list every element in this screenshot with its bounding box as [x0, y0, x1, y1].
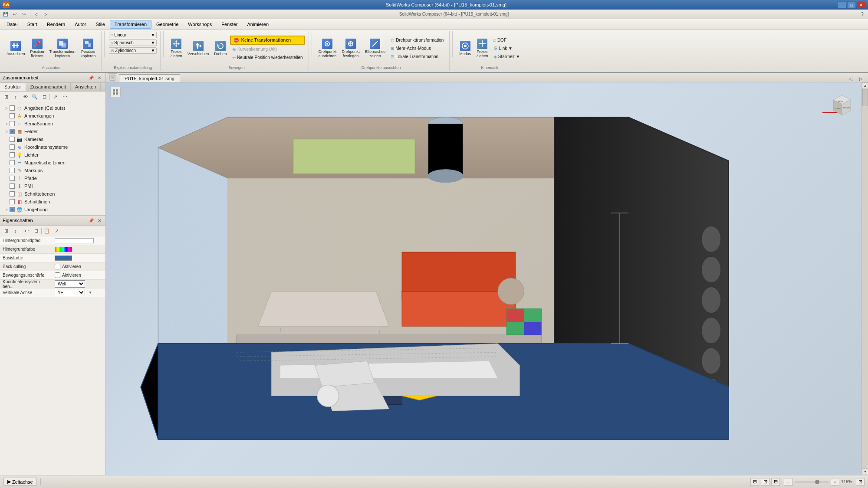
fit-btn[interactable]: ⊡ [856, 478, 865, 486]
keine-transformationen-btn[interactable]: ⛔ Keine Transformationen [230, 36, 305, 45]
back-quick-btn[interactable]: ◁ [33, 10, 40, 18]
menu-rendern[interactable]: Rendern [42, 20, 70, 29]
menu-workshops[interactable]: Workshops [183, 20, 217, 29]
zoom-slider[interactable] [794, 481, 829, 483]
grid-view-btn[interactable]: ⊟ [771, 478, 780, 486]
zoom-icons-btn[interactable]: ⊞ [750, 478, 759, 486]
bewegungsunschaerfe-checkbox[interactable] [55, 272, 60, 278]
prop-tool-2[interactable]: ↕ [11, 226, 20, 235]
starrheit-btn[interactable]: ◈ Starrheit ▼ [491, 53, 522, 60]
linear-dropdown[interactable]: ≡ Linear ▼ [109, 32, 157, 38]
check-schnittebenen[interactable] [10, 191, 15, 197]
help-quick-btn[interactable]: ? [858, 10, 866, 18]
tree-item-schnittlinien[interactable]: ◧ Schnittlinien [0, 198, 105, 206]
mehr-achs-modus-btn[interactable]: ⊞ Mehr-Achs-Modus [388, 45, 446, 52]
drehpunkt-ausrichten-btn[interactable]: Drehpunkt ausrichten [316, 37, 339, 59]
check-markups[interactable] [10, 168, 15, 173]
vertikale-achse-down-btn[interactable]: ▼ [87, 289, 94, 296]
save-quick-btn[interactable]: 💾 [2, 10, 10, 18]
tree-item-bemassungen[interactable]: ▷ ↔ Bemaßungen [0, 120, 105, 128]
hintergrundfarbe-swatch[interactable] [55, 247, 72, 252]
tree-item-pfade[interactable]: ⌇ Pfade [0, 174, 105, 182]
prop-value-vertikale-achse[interactable]: Y+ Y- Z+ Z- ▼ [52, 288, 105, 297]
check-kameras[interactable] [10, 137, 15, 142]
nav-cube[interactable]: OBEN VORNE RECHTS [816, 91, 859, 134]
sphaerisch-dropdown[interactable]: ○ Sphärisch ▼ [109, 39, 157, 46]
check-lichter[interactable] [10, 152, 15, 157]
check-pmi[interactable] [10, 183, 15, 189]
zeitachse-btn[interactable]: ▶ Zeitachse [3, 478, 37, 486]
menu-transformieren[interactable]: Transformieren [110, 20, 151, 29]
hintergrundbildpfad-input[interactable] [55, 238, 94, 243]
prop-tool-5[interactable]: 📋 [43, 226, 51, 235]
zoom-thumb[interactable] [815, 480, 819, 484]
prop-tool-6[interactable]: ↗ [52, 226, 61, 235]
tree-item-schnittebenen[interactable]: ◫ Schnittebenen [0, 190, 105, 198]
tree-item-lichter[interactable]: 💡 Lichter [0, 151, 105, 159]
prop-value-koordinatensystem[interactable]: Welt [52, 279, 105, 288]
redo-quick-btn[interactable]: ↪ [20, 10, 28, 18]
minimize-btn[interactable]: ─ [838, 1, 846, 8]
zoom-in-btn[interactable]: + [831, 478, 839, 486]
viewport-grid-btn[interactable] [110, 87, 121, 97]
scroll-thumb[interactable] [862, 89, 868, 106]
check-magnetische[interactable] [10, 160, 15, 165]
transformation-kopieren-btn[interactable]: Transformation kopieren [47, 37, 78, 59]
verschieben-btn[interactable]: Verschieben [185, 39, 211, 57]
drehpunkttransformation-btn[interactable]: ◎ Drehpunkttransformation [388, 36, 446, 44]
check-angaben[interactable] [10, 105, 15, 111]
tree-item-magnetische[interactable]: ⊢ Magnetische Linien [0, 159, 105, 167]
zylindrisch-dropdown[interactable]: ⊙ Zylindrisch ▼ [109, 47, 157, 54]
backculling-checkbox[interactable] [55, 264, 60, 269]
link-btn[interactable]: ⛓ Link ▼ [491, 45, 522, 52]
scroll-up-btn[interactable]: ▲ [862, 82, 868, 89]
maximize-btn[interactable]: □ [847, 1, 856, 8]
panel-close-btn[interactable]: ✕ [96, 74, 103, 81]
zoom-out-btn[interactable]: − [784, 478, 792, 486]
drehen-btn[interactable]: Drehen [212, 39, 229, 57]
tree-item-anmerkungen[interactable]: A Anmerkungen [0, 112, 105, 120]
neutrale-position-btn[interactable]: ↩ Neutrale Position wiederherstellen [230, 54, 305, 61]
prop-tool-3[interactable]: ↩ [22, 226, 31, 235]
menu-autor[interactable]: Autor [70, 20, 91, 29]
prop-tool-1[interactable]: ⊞ [2, 226, 10, 235]
viewport-scroll-right[interactable]: ▷ [858, 75, 865, 82]
close-btn[interactable]: ✕ [857, 1, 865, 8]
lokale-transformation-btn[interactable]: ⊡ Lokale Transformation [388, 53, 446, 60]
panel-pin-btn[interactable]: 📌 [88, 74, 95, 81]
viewport-icon-tab[interactable] [108, 73, 117, 82]
check-koordinaten[interactable] [10, 144, 15, 150]
freies-ziehen-btn[interactable]: Freies Ziehen [168, 37, 184, 59]
tab-ansichten[interactable]: Ansichten [71, 83, 101, 91]
tab-struktur[interactable]: Struktur [0, 83, 26, 91]
tree-item-pmi[interactable]: ℹ PMI [0, 182, 105, 190]
scroll-track[interactable] [862, 89, 868, 468]
eigenschaften-pin-btn[interactable]: 📌 [88, 217, 95, 224]
drehpunkt-festlegen-btn[interactable]: Drehpunkt festlegen [339, 37, 362, 59]
filter-btn[interactable]: ⊞ [2, 92, 10, 101]
more-btn[interactable]: ⋯ [60, 92, 69, 101]
undo-quick-btn[interactable]: ↩ [11, 10, 19, 18]
check-schnittlinien[interactable] [10, 199, 15, 204]
koordinatensystem-dropdown[interactable]: Welt [55, 280, 85, 288]
tree-item-koordinaten[interactable]: ⊕ Koordinatensysteme [0, 143, 105, 151]
eye2-btn[interactable]: 🔍 [30, 92, 39, 101]
check-anmerkungen[interactable] [10, 113, 15, 118]
prop-value-basisfarbe[interactable] [52, 255, 105, 262]
vertikale-achse-dropdown[interactable]: Y+ Y- Z+ Z- [55, 289, 85, 296]
check-pfade[interactable] [10, 176, 15, 181]
tree-item-angaben[interactable]: ▷ ◎ Angaben (Callouts) [0, 104, 105, 112]
tab-zusammenarbeit[interactable]: Zusammenarbeit [26, 83, 71, 91]
menu-stile[interactable]: Stile [91, 20, 109, 29]
position-kopieren-btn[interactable]: Position kopieren [79, 37, 98, 59]
eigenschaften-close-btn[interactable]: ✕ [96, 217, 103, 224]
sort-btn[interactable]: ↕ [11, 92, 20, 101]
modus-btn[interactable]: Modus [457, 39, 473, 57]
menu-datei[interactable]: Datei [2, 20, 23, 29]
snap-btn[interactable]: ⊡ [761, 478, 769, 486]
menu-animieren[interactable]: Animieren [242, 20, 273, 29]
viewport-scroll-left[interactable]: ◁ [847, 75, 854, 82]
grid-btn[interactable]: ⊟ [40, 92, 49, 101]
menu-geometrie[interactable]: Geometrie [151, 20, 183, 29]
expand-btn[interactable]: ↗ [51, 92, 59, 101]
